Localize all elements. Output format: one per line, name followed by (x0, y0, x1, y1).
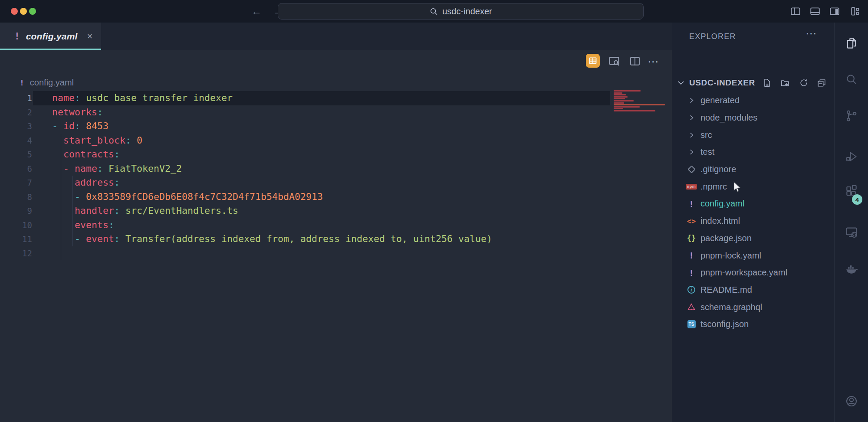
code-line: - event: Transfer(address indexed from, … (52, 232, 492, 246)
file-name: index.html (700, 216, 740, 226)
code-line: networks: (52, 105, 492, 120)
file-name: tsconfig.json (700, 319, 749, 329)
tab-bar: ! config.yaml × (0, 23, 672, 50)
code-line: handler: src/EventHandlers.ts (52, 204, 492, 218)
code-line: name: usdc base transfer indexer (52, 91, 492, 105)
mouse-cursor (733, 181, 742, 193)
close-tab-icon[interactable]: × (87, 31, 93, 42)
docker-icon[interactable] (845, 262, 858, 275)
tab-config-yaml[interactable]: ! config.yaml × (0, 23, 101, 50)
info-icon: i (686, 286, 697, 294)
file-row[interactable]: .gitignore (672, 161, 834, 178)
explorer-more-actions-icon[interactable]: ⋯ (806, 27, 818, 40)
code-line: events: (52, 218, 492, 232)
folder-row[interactable]: node_modules (672, 109, 834, 127)
line-number: 10 (0, 218, 32, 232)
refresh-icon[interactable] (799, 78, 809, 88)
line-number: 1 (0, 91, 32, 105)
extensions-badge: 4 (852, 194, 862, 205)
minimize-button[interactable] (20, 8, 27, 15)
active-tab-indicator (0, 49, 101, 50)
toggle-secondary-sidebar-icon[interactable] (829, 6, 840, 17)
html-icon: <> (686, 217, 697, 226)
code-line: - name: FiatTokenV2_2 (52, 162, 492, 176)
chevron-right-icon (686, 149, 697, 155)
chevron-down-icon (677, 79, 686, 87)
search-icon (429, 7, 438, 16)
files-icon[interactable] (845, 37, 858, 50)
file-row[interactable]: i README.md (672, 281, 834, 299)
editor-group: ! config.yaml × ⋯ ! config.yaml 12345678… (0, 23, 672, 422)
file-tree: generated node_modules src test .gitigno… (672, 92, 834, 333)
file-row[interactable]: ! pnpm-workspace.yaml (672, 264, 834, 281)
chevron-right-icon (686, 114, 697, 121)
close-button[interactable] (11, 8, 18, 15)
customize-layout-icon[interactable] (850, 6, 861, 17)
file-row[interactable]: {} package.json (672, 230, 834, 247)
breadcrumb-label: config.yaml (30, 78, 74, 88)
new-folder-icon[interactable] (780, 78, 790, 88)
git-icon (686, 167, 697, 172)
code-line: start_block: 0 (52, 134, 492, 148)
code-line (52, 246, 492, 261)
new-file-icon[interactable] (762, 78, 772, 88)
vscode-window: { "titlebar": { "search": { "value": "us… (0, 0, 868, 422)
yaml-icon: ! (686, 268, 697, 278)
yaml-icon: ! (686, 251, 697, 260)
command-center-search[interactable]: usdc-indexer (278, 3, 644, 20)
collapse-all-icon[interactable] (817, 78, 826, 88)
yaml-icon: ! (686, 199, 697, 209)
search-icon[interactable] (845, 73, 858, 86)
tab-label: config.yaml (26, 31, 78, 42)
file-name: pnpm-lock.yaml (700, 251, 761, 261)
source-control-icon[interactable] (845, 109, 858, 122)
file-row[interactable]: TS tsconfig.json (672, 316, 834, 333)
code-line: - id: 8453 (52, 119, 492, 134)
chevron-right-icon (686, 132, 697, 138)
explorer-sidebar: EXPLORER ⋯ USDC-INDEXER generated node_m… (672, 23, 834, 422)
toggle-panel-icon[interactable] (809, 6, 821, 17)
json-icon: {} (686, 234, 697, 242)
file-row[interactable]: <> index.html (672, 213, 834, 230)
npm-icon: npm (686, 184, 697, 190)
line-number: 8 (0, 190, 32, 204)
line-number: 11 (0, 232, 32, 246)
folder-name: test (700, 147, 714, 157)
more-actions-icon[interactable]: ⋯ (648, 55, 660, 67)
remote-explorer-icon[interactable] (845, 226, 858, 239)
account-icon[interactable] (845, 395, 858, 408)
split-editor-icon[interactable] (629, 55, 641, 67)
code-area[interactable]: name: usdc base transfer indexernetworks… (52, 91, 492, 260)
folder-row[interactable]: generated (672, 92, 834, 109)
minimap[interactable] (612, 88, 672, 118)
table-extension-icon[interactable] (586, 54, 600, 68)
project-root-row[interactable]: USDC-INDEXER (672, 75, 834, 91)
run-debug-icon[interactable] (845, 150, 858, 163)
folder-name: src (700, 130, 712, 140)
toggle-primary-sidebar-icon[interactable] (790, 6, 801, 17)
file-name: pnpm-workspace.yaml (700, 268, 787, 278)
line-number: 6 (0, 162, 32, 176)
folder-row[interactable]: src (672, 126, 834, 144)
nav-back-button[interactable]: ← (249, 4, 264, 18)
folder-name: generated (700, 95, 740, 105)
file-row[interactable]: ! config.yaml (672, 195, 834, 213)
file-row[interactable]: ! pnpm-lock.yaml (672, 247, 834, 264)
file-row[interactable]: schema.graphql (672, 298, 834, 316)
file-name: package.json (700, 233, 752, 243)
line-number: 4 (0, 134, 32, 148)
file-name: .gitignore (700, 164, 736, 174)
open-preview-icon[interactable] (608, 55, 620, 67)
breadcrumb[interactable]: ! config.yaml (20, 72, 74, 92)
line-numbers: 123456789101112 (0, 91, 32, 260)
search-value: usdc-indexer (442, 7, 492, 16)
folder-row[interactable]: test (672, 144, 834, 161)
yaml-icon: ! (14, 31, 20, 42)
line-number: 3 (0, 119, 32, 134)
code-line: contracts: (52, 147, 492, 162)
line-number: 2 (0, 105, 32, 120)
file-name: config.yaml (700, 199, 744, 209)
line-number: 5 (0, 147, 32, 162)
maximize-button[interactable] (29, 8, 36, 15)
file-row[interactable]: npm .npmrc (672, 178, 834, 195)
